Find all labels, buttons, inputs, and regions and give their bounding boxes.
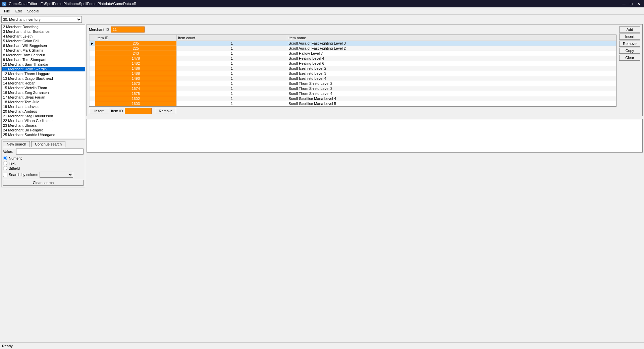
radio-bitfield-input[interactable] [3, 166, 7, 170]
row-arrow [90, 91, 95, 96]
continue-search-button[interactable]: Continue search [31, 141, 65, 147]
clear-search-button[interactable]: Clear search [3, 180, 84, 186]
table-row[interactable]: 2431Scroll Hallow Level 7 [90, 51, 616, 56]
column-select[interactable] [40, 172, 73, 178]
table-row[interactable]: 16021Scroll Sacrifice Mana Level 4 [90, 96, 616, 101]
item-insert-button[interactable]: Insert [89, 108, 109, 114]
row-item-count: 1 [176, 101, 287, 106]
search-value-input[interactable] [16, 149, 84, 155]
row-arrow [90, 96, 95, 101]
merchant-list-item[interactable]: 24 Merchant Bo Fellgard [2, 128, 85, 132]
table-row[interactable]: 15751Scroll Thom Shield Level 4 [90, 91, 616, 96]
merchant-list-item[interactable]: 22 Merchant Vilnon Gediminus [2, 118, 85, 123]
merchant-list-item[interactable]: 3 Merchant Ishtar Sundancer [2, 29, 85, 34]
left-panel: 2 Merchant Donotbeg3 Merchant Ishtar Sun… [1, 24, 85, 340]
merchant-id-input[interactable] [111, 26, 145, 33]
table-row[interactable]: 14781Scroll Healing Level 4 [90, 56, 616, 61]
merchant-list-item[interactable]: 2 Merchant Donotbeg [2, 24, 85, 29]
radio-text-input[interactable] [3, 161, 7, 165]
row-item-count: 1 [176, 56, 287, 61]
merchant-list-item[interactable]: 8 Merchant Ram Ferindur [2, 53, 85, 57]
row-item-count: 1 [176, 86, 287, 91]
merchant-list-item[interactable]: 5 Merchant Colan Fell [2, 39, 85, 43]
insert-remove-row: Insert Item ID Remove [89, 108, 616, 114]
table-row[interactable]: 14861Scroll Iceshield Level 2 [90, 66, 616, 71]
add-button[interactable]: Add [619, 26, 640, 33]
row-arrow [90, 101, 95, 106]
menu-file[interactable]: File [1, 8, 13, 14]
search-panel: New search Continue search Value: Numeri… [1, 139, 85, 187]
merchant-list-item[interactable]: 15 Merchant Wetzlin Thom [2, 85, 85, 90]
merchant-list-item[interactable]: 6 Merchant Will Boggeisen [2, 43, 85, 48]
merchant-type-dropdown[interactable]: 30. Merchant inventory [1, 16, 82, 23]
clear-button[interactable]: Clear [619, 55, 640, 61]
merchant-list-item[interactable]: 26 Merchant Lemuel [2, 137, 85, 138]
insert-button[interactable]: Insert [619, 34, 640, 40]
items-table-wrapper[interactable]: Item ID Item count Item name ▶2051Scroll… [89, 35, 616, 107]
merchant-list-item[interactable]: 16 Merchant Zorg Zoransen [2, 90, 85, 95]
row-item-count: 1 [176, 61, 287, 66]
merchant-list-item[interactable]: 9 Merchant Tom Stompard [2, 57, 85, 62]
table-row[interactable]: 2251Scroll Aura of Fast Fighting Level 2 [90, 46, 616, 51]
search-by-column-checkbox[interactable] [3, 173, 7, 177]
window-controls[interactable]: ─ □ ✕ [621, 1, 642, 7]
row-item-count: 1 [176, 66, 287, 71]
merchant-list-container[interactable]: 2 Merchant Donotbeg3 Merchant Ishtar Sun… [1, 24, 85, 138]
row-arrow [90, 66, 95, 71]
item-id-input[interactable] [125, 108, 152, 114]
merchant-list-item[interactable]: 12 Merchant Thorm Haggard [2, 71, 85, 76]
main-content: 30. Merchant inventory 2 Merchant Donotb… [0, 15, 644, 342]
copy-button[interactable]: Copy [619, 48, 640, 54]
radio-numeric-label: Numeric [9, 156, 22, 160]
items-table: Item ID Item count Item name ▶2051Scroll… [89, 35, 616, 106]
row-item-count: 1 [176, 71, 287, 76]
radio-options: Numeric Text Bitfield [3, 156, 84, 170]
col-item-name: Item name [287, 35, 616, 41]
merchant-list-item[interactable]: 13 Merchant Drago Blackhead [2, 76, 85, 81]
table-row[interactable]: ▶2051Scroll Aura of Fast Fighting Level … [90, 41, 616, 46]
merchant-list-item[interactable]: 23 Merchant Ulmara [2, 123, 85, 128]
search-by-column-label: Search by column [9, 173, 38, 177]
maximize-button[interactable]: □ [628, 1, 635, 7]
merchant-list-item[interactable]: 11 Merchant Holm Skardin [2, 67, 85, 71]
side-buttons: Add Insert Remove Copy Clear [619, 26, 640, 114]
row-arrow [90, 51, 95, 56]
radio-text: Text [3, 161, 84, 165]
merchant-list-item[interactable]: 21 Merchant Krag Haukursson [2, 114, 85, 118]
menu-special[interactable]: Special [24, 8, 42, 14]
table-row[interactable]: 14901Scroll Iceshield Level 4 [90, 76, 616, 81]
row-item-name: Scroll Iceshield Level 2 [287, 66, 616, 71]
col-item-count: Item count [176, 35, 287, 41]
table-row[interactable]: 16031Scroll Sacrifice Mana Level 5 [90, 101, 616, 106]
row-item-count: 1 [176, 91, 287, 96]
table-row[interactable]: 15741Scroll Thom Shield Level 3 [90, 86, 616, 91]
radio-numeric-input[interactable] [3, 156, 7, 160]
row-item-id: 1488 [95, 71, 177, 76]
merchant-list-item[interactable]: 25 Merchant Sandric Uthargand [2, 132, 85, 137]
merchant-list-item[interactable]: 14 Merchant Roban [2, 81, 85, 85]
content-area: 2 Merchant Donotbeg3 Merchant Ishtar Sun… [1, 24, 643, 340]
new-search-button[interactable]: New search [3, 141, 30, 147]
close-button[interactable]: ✕ [635, 1, 642, 7]
item-remove-button[interactable]: Remove [155, 108, 176, 114]
row-item-count: 1 [176, 76, 287, 81]
merchant-list-item[interactable]: 20 Merchant Ambros [2, 109, 85, 114]
merchant-list-item[interactable]: 10 Merchant Sam Thalindar [2, 62, 85, 67]
remove-button[interactable]: Remove [619, 41, 640, 47]
merchant-list-item[interactable]: 18 Merchant Tom Jule [2, 100, 85, 104]
item-id-label: Item ID [111, 109, 123, 113]
clear-search-row: Clear search [3, 179, 84, 186]
minimize-button[interactable]: ─ [621, 1, 627, 7]
table-row[interactable]: 14821Scroll Healing Level 6 [90, 61, 616, 66]
app-icon: G [2, 1, 7, 6]
merchant-list-item[interactable]: 19 Merchant Ladavius [2, 104, 85, 109]
row-arrow [90, 81, 95, 86]
row-arrow [90, 46, 95, 51]
merchant-list-item[interactable]: 17 Merchant Ulyas Farian [2, 95, 85, 100]
merchant-list-item[interactable]: 4 Merchant Leleth [2, 34, 85, 39]
merchant-list-item[interactable]: 7 Merchant Mark Shamir [2, 48, 85, 53]
row-item-id: 1574 [95, 86, 177, 91]
table-row[interactable]: 15731Scroll Thom Shield Level 2 [90, 81, 616, 86]
table-row[interactable]: 14881Scroll Iceshield Level 3 [90, 71, 616, 76]
menu-edit[interactable]: Edit [13, 8, 24, 14]
